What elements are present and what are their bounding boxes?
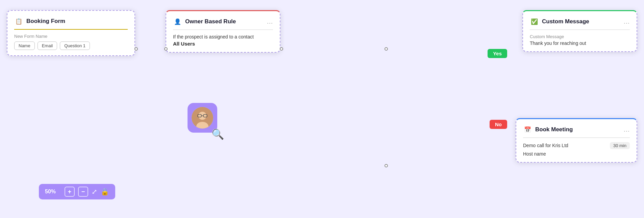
owner-rule-header: 👤 Owner Based Rule ... [173, 17, 273, 26]
yes-label: Yes [488, 49, 507, 58]
owner-rule-menu[interactable]: ... [267, 18, 273, 25]
custom-message-sublabel: Custom Message [530, 34, 630, 39]
magnifier-icon: 🔍 [212, 128, 224, 140]
custom-message-icon: ✅ [530, 17, 539, 26]
custom-message-body: Thank you for reaching out [530, 40, 630, 46]
owner-rule-value: All Users [173, 41, 273, 47]
custom-message-menu[interactable]: ... [624, 18, 630, 25]
booking-form-tags: Name Email Question 1 [14, 42, 128, 50]
booking-tag-email: Email [38, 42, 57, 50]
booking-tag-name: Name [14, 42, 35, 50]
book-meeting-icon: 📅 [523, 125, 532, 134]
custom-message-title: Custom Message [542, 18, 620, 25]
avatar-svg [192, 107, 213, 129]
booking-form-title: Booking Form [26, 18, 128, 25]
expand-icon[interactable]: ⤢ [92, 188, 97, 196]
book-meeting-divider [523, 137, 630, 138]
custom-message-node: ✅ Custom Message ... Custom Message Than… [522, 10, 637, 52]
book-meeting-title: Book Meeting [535, 126, 620, 133]
no-label: No [490, 120, 507, 129]
book-meeting-row: Demo call for Kris Ltd 30 min [523, 142, 630, 149]
zoom-out-button[interactable]: − [78, 187, 88, 197]
book-meeting-node: 📅 Book Meeting ... Demo call for Kris Lt… [516, 118, 637, 163]
booking-form-icon: 📋 [14, 17, 23, 26]
conn-dot-booking-out [134, 47, 138, 51]
owner-rule-node: 👤 Owner Based Rule ... If the prospect i… [166, 10, 280, 53]
owner-rule-icon: 👤 [173, 17, 182, 26]
zoom-percent: 50% [45, 189, 61, 195]
avatar-image [192, 107, 213, 129]
custom-message-header: ✅ Custom Message ... [530, 17, 630, 26]
conn-dot-owner-in [164, 47, 168, 51]
owner-rule-title: Owner Based Rule [185, 18, 264, 25]
booking-form-sublabel: New Form Name [14, 34, 128, 39]
zoom-in-button[interactable]: + [65, 187, 75, 197]
booking-form-node: 📋 Booking Form New Form Name Name Email … [7, 10, 135, 56]
conn-dot-owner-out [280, 47, 283, 51]
lock-icon[interactable]: 🔒 [101, 188, 109, 196]
owner-rule-divider [173, 29, 273, 30]
book-meeting-host: Host name [523, 151, 630, 157]
canvas: 📋 Booking Form New Form Name Name Email … [0, 0, 644, 218]
owner-rule-condition: If the prospect is assigned to a contact [173, 34, 273, 39]
conn-dot-meeting-in [385, 164, 388, 167]
avatar-container: 🔍 [188, 103, 221, 137]
conn-dot-custom-in [385, 47, 388, 51]
book-meeting-header: 📅 Book Meeting ... [523, 125, 630, 134]
book-meeting-name: Demo call for Kris Ltd [523, 143, 568, 148]
zoom-toolbar: 50% + − ⤢ 🔒 [39, 184, 115, 199]
booking-form-header: 📋 Booking Form [14, 17, 128, 26]
booking-tag-question: Question 1 [60, 42, 90, 50]
book-meeting-menu[interactable]: ... [624, 126, 630, 133]
book-meeting-duration: 30 min [610, 142, 630, 149]
booking-form-divider [14, 29, 128, 30]
custom-message-divider [530, 29, 630, 30]
